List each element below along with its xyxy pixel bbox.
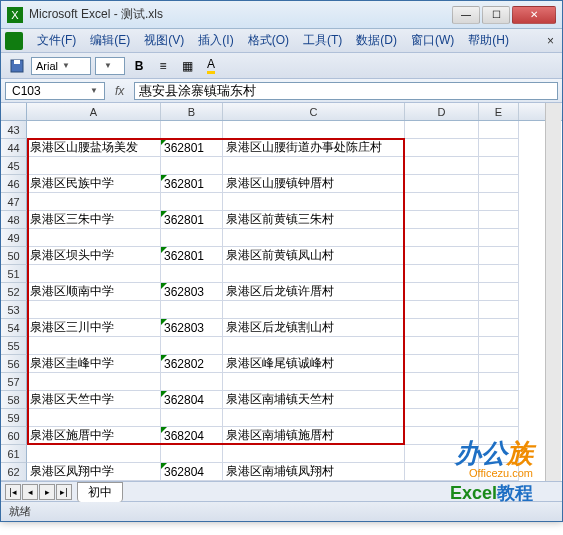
close-button[interactable]: ✕ bbox=[512, 6, 556, 24]
cell[interactable] bbox=[405, 319, 479, 337]
cell[interactable]: 362801 bbox=[161, 175, 223, 193]
cell[interactable] bbox=[405, 121, 479, 139]
cell[interactable]: 泉港区圭峰中学 bbox=[27, 355, 161, 373]
cell[interactable] bbox=[479, 445, 519, 463]
row-header[interactable]: 43 bbox=[1, 121, 27, 139]
menu-insert[interactable]: 插入(I) bbox=[192, 30, 239, 51]
cell[interactable]: 泉港区峰尾镇诚峰村 bbox=[223, 355, 405, 373]
cell[interactable] bbox=[27, 373, 161, 391]
row-header[interactable]: 53 bbox=[1, 301, 27, 319]
doc-close-icon[interactable]: × bbox=[547, 34, 558, 48]
cell[interactable]: 泉港区后龙镇许厝村 bbox=[223, 283, 405, 301]
cell[interactable] bbox=[405, 445, 479, 463]
cell[interactable] bbox=[223, 229, 405, 247]
cell[interactable] bbox=[27, 121, 161, 139]
cell[interactable] bbox=[405, 427, 479, 445]
cell[interactable]: 泉港区顺南中学 bbox=[27, 283, 161, 301]
cell[interactable]: 泉港区山腰镇钟厝村 bbox=[223, 175, 405, 193]
fx-icon[interactable]: fx bbox=[109, 84, 130, 98]
cell[interactable] bbox=[479, 283, 519, 301]
cell[interactable] bbox=[479, 355, 519, 373]
app-menu-icon[interactable] bbox=[5, 32, 23, 50]
cell[interactable] bbox=[161, 121, 223, 139]
col-header-a[interactable]: A bbox=[27, 103, 161, 120]
row-header[interactable]: 62 bbox=[1, 463, 27, 481]
cell[interactable] bbox=[223, 157, 405, 175]
cell[interactable] bbox=[405, 337, 479, 355]
row-header[interactable]: 54 bbox=[1, 319, 27, 337]
cell[interactable] bbox=[27, 301, 161, 319]
cell[interactable] bbox=[479, 301, 519, 319]
row-header[interactable]: 45 bbox=[1, 157, 27, 175]
col-header-e[interactable]: E bbox=[479, 103, 519, 120]
cell[interactable] bbox=[405, 409, 479, 427]
cell[interactable] bbox=[161, 301, 223, 319]
spreadsheet-grid[interactable]: A B C D E 4344泉港区山腰盐场美发362801泉港区山腰街道办事处陈… bbox=[1, 103, 562, 481]
cell[interactable] bbox=[161, 337, 223, 355]
vertical-scrollbar[interactable] bbox=[545, 103, 561, 481]
formula-input[interactable]: 惠安县涂寨镇瑞东村 bbox=[134, 82, 558, 100]
cell[interactable] bbox=[161, 265, 223, 283]
menu-window[interactable]: 窗口(W) bbox=[405, 30, 460, 51]
menu-file[interactable]: 文件(F) bbox=[31, 30, 82, 51]
row-header[interactable]: 59 bbox=[1, 409, 27, 427]
cell[interactable] bbox=[27, 445, 161, 463]
row-header[interactable]: 47 bbox=[1, 193, 27, 211]
cell[interactable] bbox=[405, 247, 479, 265]
cell[interactable] bbox=[479, 391, 519, 409]
cell[interactable] bbox=[405, 211, 479, 229]
cell[interactable]: 泉港区南埔镇天竺村 bbox=[223, 391, 405, 409]
cell[interactable]: 泉港区山腰街道办事处陈庄村 bbox=[223, 139, 405, 157]
cell[interactable]: 362804 bbox=[161, 463, 223, 481]
cell[interactable] bbox=[27, 265, 161, 283]
cell[interactable] bbox=[405, 301, 479, 319]
cell[interactable] bbox=[405, 229, 479, 247]
cell[interactable] bbox=[161, 409, 223, 427]
cell[interactable] bbox=[223, 445, 405, 463]
cell[interactable] bbox=[479, 265, 519, 283]
cell[interactable] bbox=[223, 409, 405, 427]
cell[interactable] bbox=[405, 175, 479, 193]
minimize-button[interactable]: — bbox=[452, 6, 480, 24]
tab-nav-last[interactable]: ▸| bbox=[56, 484, 72, 500]
maximize-button[interactable]: ☐ bbox=[482, 6, 510, 24]
sheet-tab-active[interactable]: 初中 bbox=[77, 482, 123, 502]
cell[interactable]: 泉港区凤翔中学 bbox=[27, 463, 161, 481]
name-box[interactable]: C103▼ bbox=[5, 82, 105, 100]
row-header[interactable]: 61 bbox=[1, 445, 27, 463]
cell[interactable] bbox=[27, 157, 161, 175]
cell[interactable]: 362803 bbox=[161, 283, 223, 301]
cell[interactable]: 362804 bbox=[161, 391, 223, 409]
menu-help[interactable]: 帮助(H) bbox=[462, 30, 515, 51]
row-header[interactable]: 57 bbox=[1, 373, 27, 391]
cell[interactable] bbox=[479, 211, 519, 229]
cell[interactable] bbox=[405, 391, 479, 409]
cell[interactable] bbox=[27, 229, 161, 247]
font-size-selector[interactable]: ▼ bbox=[95, 57, 125, 75]
cell[interactable]: 泉港区前黄镇凤山村 bbox=[223, 247, 405, 265]
col-header-b[interactable]: B bbox=[161, 103, 223, 120]
cell[interactable]: 362802 bbox=[161, 355, 223, 373]
cell[interactable] bbox=[405, 193, 479, 211]
cell[interactable] bbox=[405, 373, 479, 391]
align-button[interactable]: ≡ bbox=[153, 56, 173, 76]
menu-view[interactable]: 视图(V) bbox=[138, 30, 190, 51]
col-header-c[interactable]: C bbox=[223, 103, 405, 120]
row-header[interactable]: 52 bbox=[1, 283, 27, 301]
cell[interactable]: 362801 bbox=[161, 139, 223, 157]
cell[interactable] bbox=[161, 445, 223, 463]
cell[interactable]: 泉港区后龙镇割山村 bbox=[223, 319, 405, 337]
row-header[interactable]: 50 bbox=[1, 247, 27, 265]
cell[interactable]: 泉港区天竺中学 bbox=[27, 391, 161, 409]
row-header[interactable]: 58 bbox=[1, 391, 27, 409]
tab-nav-prev[interactable]: ◂ bbox=[22, 484, 38, 500]
select-all-corner[interactable] bbox=[1, 103, 27, 120]
cell[interactable]: 362801 bbox=[161, 247, 223, 265]
cell[interactable]: 泉港区民族中学 bbox=[27, 175, 161, 193]
cell[interactable] bbox=[405, 355, 479, 373]
cell[interactable] bbox=[223, 337, 405, 355]
cell[interactable]: 362803 bbox=[161, 319, 223, 337]
cell[interactable]: 泉港区坝头中学 bbox=[27, 247, 161, 265]
cell[interactable] bbox=[479, 229, 519, 247]
menu-data[interactable]: 数据(D) bbox=[350, 30, 403, 51]
